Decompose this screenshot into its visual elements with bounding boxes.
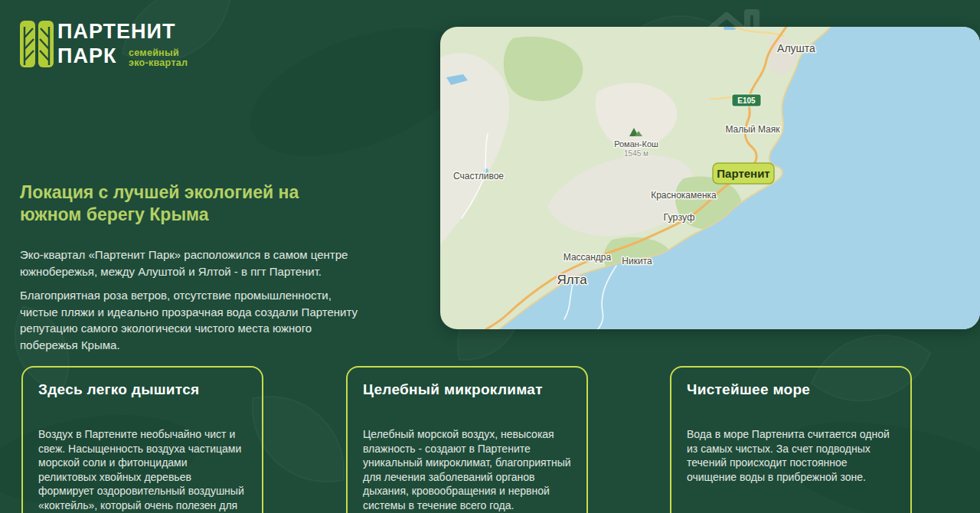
intro-paragraph-2: Благоприятная роза ветров, отсутствие пр… [20,287,361,353]
card-body: Вода в море Партенита считается одной из… [687,427,895,484]
map-label-gurzuf: Гурзуф [664,212,695,223]
intro-paragraph-1: Эко-квартал «Партенит Парк» расположился… [20,247,361,279]
card-title: Чистейшее море [687,381,895,398]
card-title: Здесь легко дышится [38,381,247,398]
svg-text:Партенит: Партенит [717,167,769,180]
map-label-nikita: Никита [622,256,652,266]
crimea-location-map[interactable]: E105 Алушта Малый Маяк Роман-Кош 1545 м … [440,27,980,329]
logo-subtitle-line2: эко-квартал [129,58,188,69]
svg-text:E105: E105 [737,96,756,105]
map-label-krasnokamenka: Краснокаменка [651,190,717,201]
road-badge-e105: E105 [732,94,761,106]
advantage-card-microclimate: Целебный микроклимат Целебный морской во… [346,366,588,513]
card-title: Целебный микроклимат [363,381,571,398]
map-label-massandra: Массандра [564,252,612,263]
map-label-roman-kosh: Роман-Кош [614,139,658,149]
advantage-card-air: Здесь легко дышится Воздух в Партените н… [21,366,263,513]
map-label-yalta: Ялта [557,273,587,287]
map-label-elevation: 1545 м [624,149,648,158]
map-label-alushta: Алушта [777,42,815,54]
advantage-card-sea: Чистейшее море Вода в море Партенита счи… [670,366,912,513]
logo-tree-icon [20,21,54,67]
map-label-maly-mayak: Малый Маяк [725,124,780,135]
partenit-highlight-marker[interactable]: Партенит [713,163,774,184]
page-title: Локация с лучшей экологией на южном бере… [20,181,303,226]
logo[interactable]: ПАРТЕНИТ ПАРК семейный эко-квартал [20,19,250,73]
logo-title-line1: ПАРТЕНИТ [57,21,175,42]
map-label-schastlivoe: Счастливое [453,171,504,181]
card-body: Целебный морской воздух, невысокая влажн… [363,427,571,512]
card-body: Воздух в Партените необычайно чист и све… [38,427,247,513]
logo-title-line2: ПАРК [57,46,116,67]
